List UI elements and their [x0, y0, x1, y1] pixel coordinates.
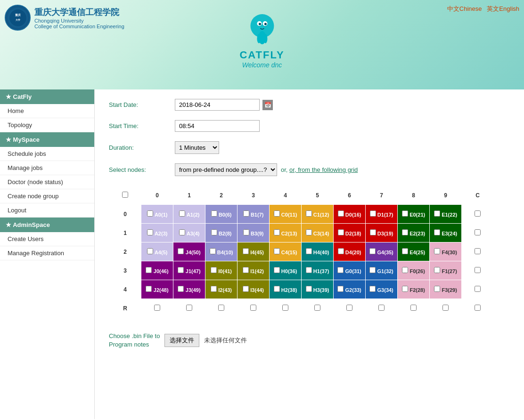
- node-F4[interactable]: F4(30): [430, 242, 462, 261]
- checkbox-F2[interactable]: [402, 286, 408, 292]
- node-J0[interactable]: J0(46): [141, 261, 173, 280]
- node-E2[interactable]: E2(23): [398, 224, 430, 242]
- checkbox-F4[interactable]: [434, 248, 440, 254]
- checkbox-C1[interactable]: [306, 210, 312, 217]
- checkbox-B3[interactable]: [243, 229, 249, 235]
- checkbox-B4[interactable]: [210, 248, 216, 254]
- node-D0[interactable]: D0(16): [334, 205, 366, 224]
- node-I2[interactable]: I2(43): [205, 280, 237, 299]
- checkbox-A1[interactable]: [179, 210, 185, 217]
- checkbox-I0[interactable]: [211, 267, 217, 273]
- checkbox-E1[interactable]: [434, 210, 440, 217]
- checkbox-B0[interactable]: [211, 210, 217, 217]
- node-J1[interactable]: J1(47): [173, 261, 205, 280]
- checkbox-I3[interactable]: [243, 286, 249, 292]
- sidebar-item-create-node-group[interactable]: Create node group: [0, 189, 94, 203]
- checkbox-J3[interactable]: [178, 286, 184, 292]
- checkbox-G1[interactable]: [369, 267, 376, 273]
- node-G4[interactable]: G4(35): [366, 242, 398, 261]
- col-1-checkbox[interactable]: [186, 305, 192, 311]
- node-F1[interactable]: F1(27): [430, 261, 462, 280]
- col-5-checkbox[interactable]: [314, 305, 320, 311]
- sidebar-item-home[interactable]: Home: [0, 104, 94, 118]
- checkbox-J0[interactable]: [146, 267, 152, 273]
- checkbox-A2[interactable]: [147, 229, 153, 235]
- node-I0[interactable]: I0(41): [205, 261, 237, 280]
- node-B0[interactable]: B0(6): [205, 205, 237, 224]
- checkbox-D3[interactable]: [370, 229, 376, 235]
- col-0-checkbox[interactable]: [154, 305, 160, 311]
- checkbox-I4[interactable]: [243, 248, 249, 254]
- node-G0[interactable]: G0(31): [334, 261, 366, 280]
- node-H2[interactable]: H2(38): [270, 280, 302, 299]
- checkbox-D4[interactable]: [338, 248, 344, 254]
- node-H0[interactable]: H0(36): [270, 261, 302, 280]
- node-C1[interactable]: C1(12): [302, 205, 334, 224]
- start-date-input[interactable]: [175, 99, 260, 111]
- node-B4[interactable]: B4(10): [205, 242, 237, 261]
- col-3-checkbox[interactable]: [250, 305, 256, 311]
- checkbox-J4[interactable]: [178, 248, 184, 254]
- node-B1[interactable]: B1(7): [237, 205, 270, 224]
- checkbox-F3[interactable]: [434, 286, 440, 292]
- node-I1[interactable]: I1(42): [237, 261, 270, 280]
- checkbox-E3[interactable]: [434, 229, 440, 235]
- checkbox-C0[interactable]: [274, 210, 280, 217]
- checkbox-J2[interactable]: [146, 286, 152, 292]
- sidebar-item-manage-registration[interactable]: Manage Registration: [0, 246, 94, 260]
- node-B2[interactable]: B2(8): [205, 224, 237, 242]
- node-C4[interactable]: C4(15): [270, 242, 302, 261]
- choose-file-button[interactable]: 选择文件: [164, 334, 199, 347]
- col-4-checkbox[interactable]: [282, 305, 288, 311]
- node-A3[interactable]: A3(4): [173, 224, 205, 242]
- checkbox-G2[interactable]: [337, 286, 344, 292]
- checkbox-I1[interactable]: [243, 267, 249, 273]
- sidebar-item-logout[interactable]: Logout: [0, 203, 94, 218]
- checkbox-C4[interactable]: [274, 248, 280, 254]
- node-A4[interactable]: A4(5): [141, 242, 173, 261]
- checkbox-B2[interactable]: [211, 229, 217, 235]
- node-group-select[interactable]: from pre-defined node group....?: [175, 163, 277, 176]
- col-7-checkbox[interactable]: [378, 305, 385, 311]
- node-A2[interactable]: A2(3): [141, 224, 173, 242]
- node-G3[interactable]: G3(34): [366, 280, 398, 299]
- col-8-checkbox[interactable]: [410, 305, 417, 311]
- checkbox-E2[interactable]: [402, 229, 408, 235]
- node-E0[interactable]: E0(21): [398, 205, 430, 224]
- checkbox-F1[interactable]: [434, 267, 440, 273]
- node-C3[interactable]: C3(14): [302, 224, 334, 242]
- checkbox-E0[interactable]: [402, 210, 408, 217]
- select-all-checkbox[interactable]: [122, 192, 128, 198]
- node-E3[interactable]: E3(24): [430, 224, 462, 242]
- checkbox-D0[interactable]: [338, 210, 344, 217]
- node-D1[interactable]: D1(17): [366, 205, 398, 224]
- checkbox-A3[interactable]: [179, 229, 185, 235]
- node-F0[interactable]: F0(26): [398, 261, 430, 280]
- node-I4[interactable]: I4(45): [237, 242, 270, 261]
- row-2-checkbox[interactable]: [475, 248, 481, 254]
- checkbox-G0[interactable]: [337, 267, 344, 273]
- node-F2[interactable]: F2(28): [398, 280, 430, 299]
- checkbox-H3[interactable]: [306, 286, 312, 292]
- node-D3[interactable]: D3(19): [366, 224, 398, 242]
- node-A1[interactable]: A1(2): [173, 205, 205, 224]
- checkbox-H4[interactable]: [306, 248, 312, 254]
- from-grid-link[interactable]: or, from the following grid: [289, 166, 358, 173]
- node-B3[interactable]: B3(9): [237, 224, 270, 242]
- language-links[interactable]: 中文Chinese 英文English: [447, 5, 519, 13]
- checkbox-A4[interactable]: [147, 248, 153, 254]
- checkbox-A0[interactable]: [147, 210, 153, 217]
- node-A0[interactable]: A0(1): [141, 205, 173, 224]
- node-C0[interactable]: C0(11): [270, 205, 302, 224]
- node-G2[interactable]: G2(33): [334, 280, 366, 299]
- duration-select[interactable]: 1 Minutes 5 Minutes 10 Minutes 30 Minute…: [175, 141, 219, 154]
- row-3-checkbox[interactable]: [475, 267, 481, 273]
- checkbox-D2[interactable]: [338, 229, 344, 235]
- checkbox-H2[interactable]: [274, 286, 280, 292]
- row-4-checkbox[interactable]: [475, 286, 481, 292]
- node-I3[interactable]: I3(44): [237, 280, 270, 299]
- node-G1[interactable]: G1(32): [366, 261, 398, 280]
- sidebar-item-doctor[interactable]: Doctor (node status): [0, 175, 94, 189]
- checkbox-G3[interactable]: [369, 286, 376, 292]
- calendar-icon[interactable]: 📅: [262, 100, 273, 110]
